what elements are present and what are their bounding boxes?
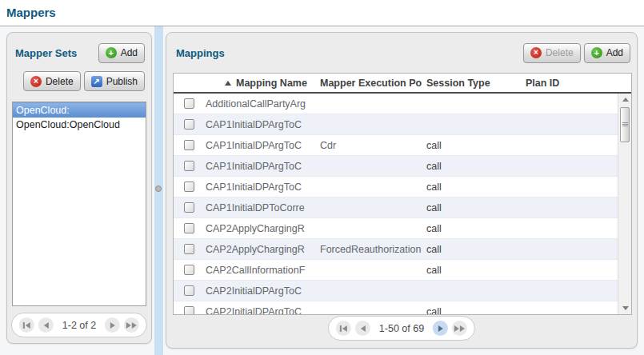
mapper-sets-panel: Mapper Sets + Add × Delete ↗ Publish Ope… [6, 32, 152, 344]
table-row[interactable]: CAP2CallInformationFcall [174, 260, 619, 281]
row-checkbox[interactable] [184, 223, 194, 233]
cell-mapping-name: CAP2ApplyChargingR [206, 244, 320, 255]
table-row[interactable]: CAP2ApplyChargingRcall [174, 218, 619, 239]
cell-session-type: call [426, 244, 526, 255]
cell-execution-point: Cdr [320, 140, 426, 151]
row-checkbox[interactable] [184, 285, 194, 296]
pager-range-text: 1-2 of 2 [62, 320, 96, 331]
table-row[interactable]: CAP2InitialDPArgToC [174, 281, 619, 301]
mapper-sets-add-button[interactable]: + Add [98, 43, 145, 63]
cell-execution-point: ForcedReauthorization [320, 244, 426, 255]
cell-mapping-name: CAP1InitialDPArgToC [206, 119, 320, 130]
pager-range-text: 1-50 of 69 [379, 323, 424, 334]
cell-session-type: call [426, 306, 526, 315]
mappings-table-body: AdditionalCallPartyArgCAP1InitialDPArgTo… [174, 94, 631, 314]
table-row[interactable]: CAP2ApplyChargingRForcedReauthorizationc… [174, 239, 619, 260]
cell-mapping-name: CAP2InitialDPArgToC [206, 306, 320, 315]
scroll-down-icon[interactable] [618, 302, 631, 314]
row-checkbox[interactable] [184, 265, 194, 275]
row-checkbox[interactable] [184, 244, 194, 254]
row-checkbox[interactable] [184, 161, 194, 171]
mappings-add-button[interactable]: + Add [584, 43, 630, 63]
mapper-sets-title: Mapper Sets [15, 47, 77, 59]
page-title: Mappers [6, 6, 56, 19]
table-row[interactable]: CAP1InitialDPArgToC [174, 114, 619, 135]
cell-mapping-name: CAP2InitialDPArgToC [206, 285, 320, 297]
pager-first-icon[interactable] [336, 321, 351, 336]
scrollbar-thumb[interactable] [620, 107, 630, 142]
mapper-sets-list: OpenCloud:OpenCloud:OpenCloud [12, 102, 146, 306]
scrollbar-grip-icon [622, 122, 628, 126]
mappings-pager: 1-50 of 69 [328, 316, 475, 341]
cell-mapping-name: CAP1InitialDPArgToC [206, 181, 320, 193]
row-checkbox[interactable] [184, 140, 194, 150]
table-row[interactable]: CAP2InitialDPArgToCcall [174, 301, 619, 314]
panel-splitter[interactable] [154, 26, 163, 355]
row-checkbox[interactable] [184, 306, 194, 314]
pager-prev-icon[interactable] [38, 317, 54, 333]
cell-session-type: call [426, 181, 526, 193]
list-item[interactable]: OpenCloud: [13, 102, 146, 118]
add-plus-icon: + [591, 47, 602, 58]
row-checkbox[interactable] [184, 98, 194, 109]
table-row[interactable]: CAP1InitialDPToCorrecall [174, 197, 619, 218]
delete-cross-icon: × [530, 47, 542, 58]
pager-next-icon[interactable] [433, 321, 448, 336]
cell-mapping-name: CAP1InitialDPToCorre [206, 202, 320, 213]
row-checkbox[interactable] [184, 119, 194, 130]
mapper-sets-pager: 1-2 of 2 [11, 313, 147, 337]
pager-last-icon[interactable] [452, 321, 467, 336]
mappings-panel: Mappings × Delete + Add Mapping Name [166, 32, 638, 349]
cell-session-type: call [426, 223, 526, 234]
scroll-up-icon[interactable] [618, 94, 631, 106]
cell-session-type: call [426, 202, 526, 213]
cell-mapping-name: CAP1InitialDPArgToC [206, 161, 320, 172]
mappings-title: Mappings [176, 47, 225, 59]
cell-mapping-name: AdditionalCallPartyArg [206, 98, 320, 110]
cell-session-type: call [426, 140, 526, 151]
sort-ascending-icon [225, 81, 231, 86]
table-row[interactable]: CAP1InitialDPArgToCcall [174, 177, 619, 197]
mapper-sets-delete-button[interactable]: × Delete [23, 71, 81, 91]
publish-arrow-icon: ↗ [91, 76, 102, 87]
cell-mapping-name: CAP1InitialDPArgToC [206, 140, 320, 151]
table-row[interactable]: AdditionalCallPartyArg [174, 94, 619, 114]
mappers-screen: Mappers Mapper Sets + Add × Delete ↗ Pub… [0, 0, 644, 355]
cell-session-type: call [426, 265, 526, 276]
row-checkbox[interactable] [184, 181, 194, 192]
list-item[interactable]: OpenCloud:OpenCloud [13, 118, 146, 133]
pager-first-icon[interactable] [19, 317, 34, 333]
mappings-delete-button[interactable]: × Delete [523, 43, 581, 63]
add-plus-icon: + [106, 47, 117, 58]
table-row[interactable]: CAP1InitialDPArgToCCdrcall [174, 135, 619, 156]
column-header-execution-point[interactable]: Mapper Execution Po [320, 78, 426, 89]
table-scrollbar[interactable] [618, 94, 631, 314]
pager-last-icon[interactable] [124, 317, 139, 333]
column-header-mapping-name[interactable]: Mapping Name [206, 78, 320, 89]
mappings-table-header: Mapping Name Mapper Execution Po Session… [174, 74, 631, 94]
column-header-session-type[interactable]: Session Type [426, 78, 526, 89]
table-row[interactable]: CAP1InitialDPArgToCcall [174, 156, 619, 177]
mapper-sets-publish-button[interactable]: ↗ Publish [84, 71, 145, 91]
pager-prev-icon[interactable] [355, 321, 370, 336]
cell-mapping-name: CAP2CallInformationF [206, 265, 320, 276]
column-header-plan-id[interactable]: Plan ID [526, 78, 631, 89]
cell-session-type: call [426, 161, 526, 172]
splitter-handle-icon[interactable] [155, 185, 162, 192]
mappings-table: Mapping Name Mapper Execution Po Session… [173, 73, 632, 315]
row-checkbox[interactable] [184, 202, 194, 213]
cell-mapping-name: CAP2ApplyChargingR [206, 223, 320, 234]
pager-next-icon[interactable] [105, 317, 120, 333]
delete-cross-icon: × [30, 76, 42, 87]
title-bar: Mappers [0, 0, 644, 26]
